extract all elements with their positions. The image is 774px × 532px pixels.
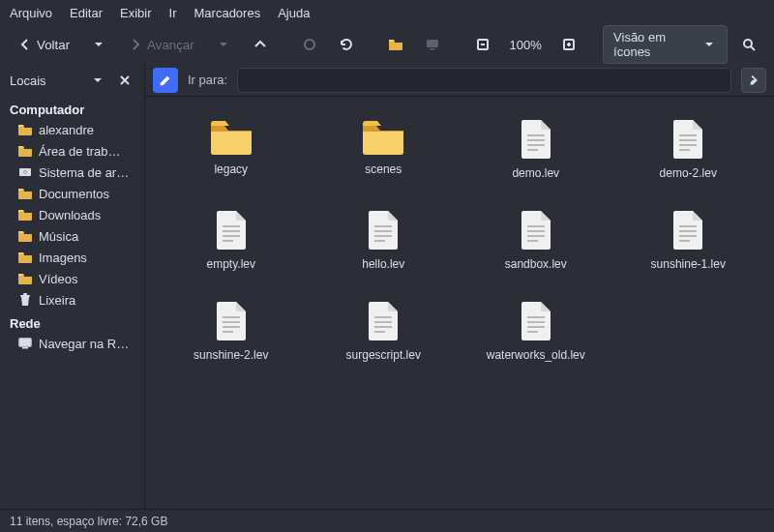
sidebar-item[interactable]: Vídeos — [0, 268, 144, 289]
sidebar-item-label: Música — [39, 229, 134, 244]
toolbar: Voltar Avançar — [0, 25, 774, 64]
goto-label: Ir para: — [188, 73, 227, 87]
sidebar: Locais Computador alexandre Área de trab… — [0, 64, 145, 509]
up-button[interactable] — [245, 31, 276, 58]
file-icon — [212, 300, 251, 342]
sidebar-item[interactable]: Lixeira — [0, 289, 144, 310]
file-item[interactable]: hello.lev — [311, 203, 456, 277]
home-button[interactable] — [380, 31, 411, 58]
file-label: waterworks_old.lev — [487, 348, 585, 362]
reload-icon — [339, 37, 354, 52]
chevron-down-icon — [90, 73, 105, 88]
file-label: demo-2.lev — [660, 166, 717, 180]
file-item[interactable]: sandbox.lev — [463, 203, 609, 277]
home-folder-icon — [388, 37, 403, 52]
sidebar-heading: Computador — [0, 97, 144, 119]
go-arrow-icon — [747, 74, 760, 87]
folder-icon — [17, 271, 33, 286]
menu-editar[interactable]: Editar — [70, 6, 103, 20]
file-item[interactable]: waterworks_old.lev — [463, 294, 609, 368]
sidebar-item[interactable]: Documentos — [0, 183, 144, 204]
zoom-out-button[interactable] — [467, 31, 498, 58]
chevron-down-icon — [701, 37, 717, 52]
svg-rect-2 — [430, 48, 435, 50]
sidebar-title: Locais — [10, 74, 80, 88]
svg-point-5 — [744, 40, 752, 47]
folder-icon — [360, 118, 406, 157]
svg-point-8 — [24, 171, 26, 173]
file-item[interactable]: demo-2.lev — [615, 112, 760, 186]
svg-rect-10 — [23, 293, 27, 295]
back-label: Voltar — [37, 38, 70, 52]
files-area[interactable]: legacy scenes demo.lev demo-2.lev empty.… — [145, 97, 774, 509]
sidebar-item-label: Navegar na R… — [39, 337, 134, 351]
sidebar-item-label: Sistema de ar… — [39, 165, 134, 180]
file-item[interactable]: sunshine-2.lev — [159, 294, 304, 368]
back-menu-button[interactable] — [83, 31, 114, 58]
sidebar-item-label: alexandre — [39, 123, 134, 137]
file-label: legacy — [214, 163, 248, 176]
menu-ajuda[interactable]: Ajuda — [278, 6, 310, 20]
folder-icon — [17, 143, 33, 159]
sidebar-item-label: Vídeos — [39, 272, 134, 286]
forward-label: Avançar — [147, 38, 194, 52]
file-item[interactable]: empty.lev — [159, 203, 304, 277]
file-label: empty.lev — [207, 257, 255, 271]
file-label: hello.lev — [362, 257, 404, 271]
reload-button[interactable] — [331, 31, 362, 58]
file-label: surgescript.lev — [346, 348, 421, 362]
file-icon — [517, 118, 555, 161]
back-button[interactable]: Voltar — [10, 31, 77, 58]
sidebar-item-label: Imagens — [39, 251, 134, 265]
forward-button[interactable]: Avançar — [120, 31, 202, 58]
sidebar-item[interactable]: Navegar na R… — [0, 333, 144, 354]
sidebar-item[interactable]: Área de trab… — [0, 140, 144, 162]
path-input[interactable] — [237, 68, 731, 93]
file-item[interactable]: surgescript.lev — [311, 294, 456, 368]
folder-icon — [17, 207, 33, 222]
sidebar-item[interactable]: alexandre — [0, 119, 144, 140]
search-button[interactable] — [733, 31, 764, 58]
file-label: scenes — [365, 163, 402, 176]
stop-icon — [302, 37, 317, 52]
folder-icon — [17, 228, 33, 244]
arrow-right-icon — [128, 37, 143, 52]
file-icon — [364, 209, 402, 251]
go-button[interactable] — [741, 68, 766, 93]
pencil-icon — [159, 74, 172, 87]
sidebar-close-button[interactable] — [115, 71, 134, 90]
folder-item[interactable]: scenes — [311, 112, 456, 186]
file-icon — [669, 209, 707, 251]
menu-ir[interactable]: Ir — [169, 6, 177, 20]
menu-marcadores[interactable]: Marcadores — [194, 6, 261, 20]
sidebar-header: Locais — [0, 64, 144, 97]
sidebar-item[interactable]: Música — [0, 225, 144, 247]
sidebar-item[interactable]: Downloads — [0, 204, 144, 225]
svg-point-0 — [305, 40, 314, 49]
chevron-down-icon — [91, 37, 106, 52]
edit-path-button[interactable] — [153, 68, 178, 93]
arrow-left-icon — [17, 37, 33, 52]
sidebar-heading: Rede — [0, 310, 144, 333]
forward-menu-button[interactable] — [208, 31, 239, 58]
zoom-in-button[interactable] — [553, 31, 584, 58]
stop-button[interactable] — [294, 31, 325, 58]
folder-icon — [17, 122, 33, 137]
file-icon — [364, 300, 402, 342]
statusbar: 11 itens, espaço livre: 72,6 GB — [0, 509, 774, 532]
search-icon — [741, 37, 757, 52]
file-item[interactable]: demo.lev — [463, 112, 609, 186]
file-icon — [517, 300, 555, 342]
trash-icon — [17, 292, 33, 308]
sidebar-menu-button[interactable] — [88, 71, 107, 90]
menu-arquivo[interactable]: Arquivo — [10, 6, 52, 20]
view-mode-dropdown[interactable]: Visão em ícones — [603, 25, 728, 64]
sidebar-item[interactable]: Sistema de ar… — [0, 162, 144, 183]
sidebar-item[interactable]: Imagens — [0, 247, 144, 268]
computer-button[interactable] — [417, 31, 448, 58]
main-area: Ir para: legacy scenes demo.lev demo-2.l… — [145, 64, 774, 509]
menu-exibir[interactable]: Exibir — [120, 6, 152, 20]
svg-rect-1 — [427, 40, 438, 47]
folder-item[interactable]: legacy — [159, 112, 304, 186]
file-item[interactable]: sunshine-1.lev — [615, 203, 760, 277]
